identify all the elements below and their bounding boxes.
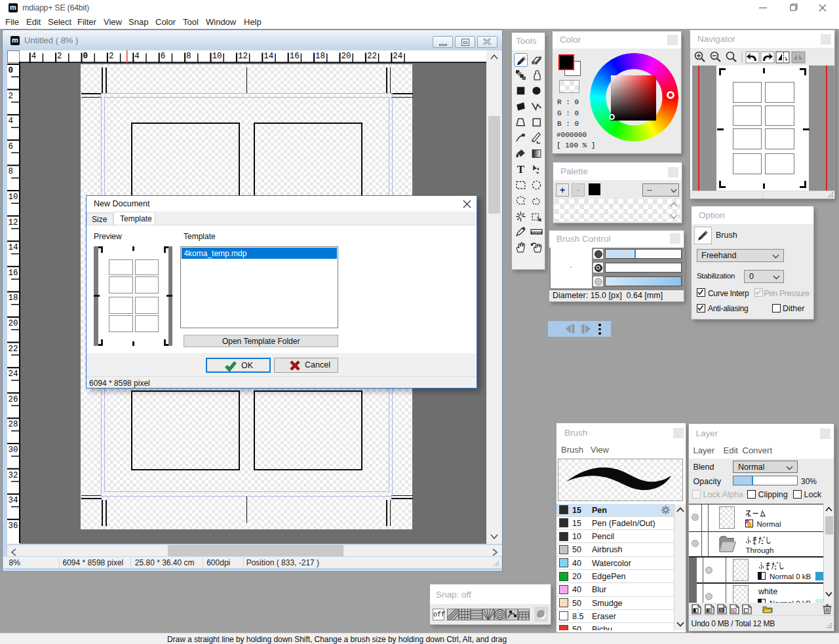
svg-text:4: 4 (134, 52, 140, 61)
svg-text:10: 10 (9, 193, 18, 202)
svg-text:0: 0 (9, 66, 14, 75)
svg-text:12: 12 (9, 218, 18, 227)
svg-text:34: 34 (9, 496, 18, 505)
svg-text:2: 2 (109, 52, 114, 61)
svg-text:10: 10 (212, 52, 222, 61)
svg-text:0: 0 (83, 52, 88, 61)
svg-text:14: 14 (9, 243, 18, 252)
svg-text:6: 6 (161, 52, 166, 61)
svg-text:18: 18 (315, 52, 325, 61)
svg-text:24: 24 (393, 52, 402, 61)
svg-text:20: 20 (341, 52, 351, 61)
svg-text:22: 22 (367, 52, 377, 61)
svg-text:16: 16 (9, 269, 18, 278)
svg-text:2: 2 (57, 52, 62, 61)
svg-text:18: 18 (9, 294, 18, 303)
svg-text:6: 6 (9, 142, 14, 151)
svg-text:22: 22 (9, 345, 18, 354)
svg-text:16: 16 (290, 52, 300, 61)
svg-text:20: 20 (9, 319, 18, 328)
svg-text:30: 30 (9, 445, 18, 455)
svg-text:4: 4 (31, 52, 37, 61)
svg-text:28: 28 (9, 420, 18, 429)
svg-text:8: 8 (9, 167, 14, 176)
svg-text:T: T (517, 163, 524, 176)
svg-text:36: 36 (9, 521, 18, 531)
svg-text:12: 12 (238, 52, 248, 61)
svg-text:4: 4 (9, 117, 14, 126)
svg-text:26: 26 (9, 395, 18, 404)
svg-text:32: 32 (9, 471, 18, 480)
svg-text:14: 14 (263, 52, 273, 61)
svg-text:8: 8 (186, 52, 191, 61)
svg-text:2: 2 (9, 92, 14, 101)
svg-text:24: 24 (9, 369, 18, 379)
